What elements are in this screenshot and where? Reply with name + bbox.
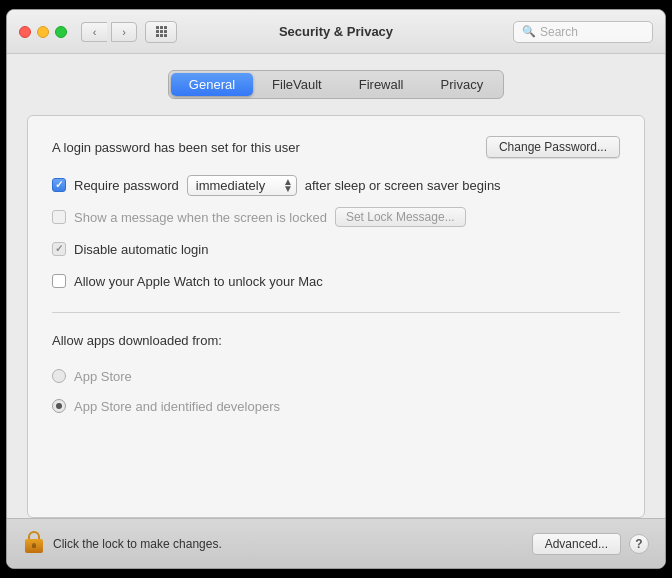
tab-bar: General FileVault Firewall Privacy — [168, 70, 504, 99]
main-panel: A login password has been set for this u… — [27, 115, 645, 518]
help-button[interactable]: ? — [629, 534, 649, 554]
show-message-label: Show a message when the screen is locked — [74, 210, 327, 225]
search-icon: 🔍 — [522, 25, 536, 38]
close-button[interactable] — [19, 26, 31, 38]
minimize-button[interactable] — [37, 26, 49, 38]
apple-watch-row: Allow your Apple Watch to unlock your Ma… — [52, 270, 620, 292]
bottom-right: Advanced... ? — [532, 533, 649, 555]
require-password-label: Require password — [74, 178, 179, 193]
radio-app-store[interactable] — [52, 369, 66, 383]
bottom-bar: Click the lock to make changes. Advanced… — [7, 518, 665, 568]
search-box[interactable]: 🔍 Search — [513, 21, 653, 43]
radio-app-store-label: App Store — [74, 369, 132, 384]
content-area: General FileVault Firewall Privacy A log… — [7, 54, 665, 518]
traffic-lights — [19, 26, 67, 38]
login-password-text: A login password has been set for this u… — [52, 140, 300, 155]
lock-shackle — [28, 531, 40, 539]
radio-app-store-identified-label: App Store and identified developers — [74, 399, 280, 414]
tabs: General FileVault Firewall Privacy — [27, 70, 645, 99]
section-divider — [52, 312, 620, 313]
tab-firewall[interactable]: Firewall — [341, 73, 422, 96]
tab-privacy[interactable]: Privacy — [423, 73, 502, 96]
back-button[interactable]: ‹ — [81, 22, 107, 42]
nav-buttons: ‹ › — [81, 22, 137, 42]
radio-app-store-identified-row: App Store and identified developers — [52, 396, 620, 416]
forward-button[interactable]: › — [111, 22, 137, 42]
disable-auto-login-checkbox[interactable] — [52, 242, 66, 256]
tab-filevault[interactable]: FileVault — [254, 73, 340, 96]
require-password-checkbox[interactable] — [52, 178, 66, 192]
lock-keyhole — [32, 543, 36, 548]
main-window: ‹ › Security & Privacy 🔍 Search General … — [6, 9, 666, 569]
require-password-dropdown[interactable]: immediately 5 seconds 1 minute 5 minutes… — [187, 175, 297, 196]
grid-icon — [156, 26, 167, 37]
lock-body — [25, 539, 43, 553]
login-password-row: A login password has been set for this u… — [52, 136, 620, 158]
after-sleep-label: after sleep or screen saver begins — [305, 178, 501, 193]
set-lock-message-button[interactable]: Set Lock Message... — [335, 207, 466, 227]
require-password-dropdown-wrapper: immediately 5 seconds 1 minute 5 minutes… — [187, 175, 297, 196]
change-password-button[interactable]: Change Password... — [486, 136, 620, 158]
apple-watch-checkbox[interactable] — [52, 274, 66, 288]
apple-watch-label: Allow your Apple Watch to unlock your Ma… — [74, 274, 323, 289]
disable-auto-login-label: Disable automatic login — [74, 242, 208, 257]
radio-app-store-row: App Store — [52, 366, 620, 386]
window-title: Security & Privacy — [279, 24, 393, 39]
require-password-row: Require password immediately 5 seconds 1… — [52, 174, 620, 196]
grid-view-button[interactable] — [145, 21, 177, 43]
radio-app-store-identified[interactable] — [52, 399, 66, 413]
advanced-button[interactable]: Advanced... — [532, 533, 621, 555]
lock-icon[interactable] — [23, 531, 45, 557]
show-message-checkbox[interactable] — [52, 210, 66, 224]
tab-general[interactable]: General — [171, 73, 253, 96]
search-placeholder: Search — [540, 25, 578, 39]
maximize-button[interactable] — [55, 26, 67, 38]
lock-area: Click the lock to make changes. — [23, 531, 222, 557]
show-message-row: Show a message when the screen is locked… — [52, 206, 620, 228]
titlebar: ‹ › Security & Privacy 🔍 Search — [7, 10, 665, 54]
disable-auto-login-row: Disable automatic login — [52, 238, 620, 260]
allow-apps-label: Allow apps downloaded from: — [52, 333, 620, 348]
lock-text: Click the lock to make changes. — [53, 537, 222, 551]
